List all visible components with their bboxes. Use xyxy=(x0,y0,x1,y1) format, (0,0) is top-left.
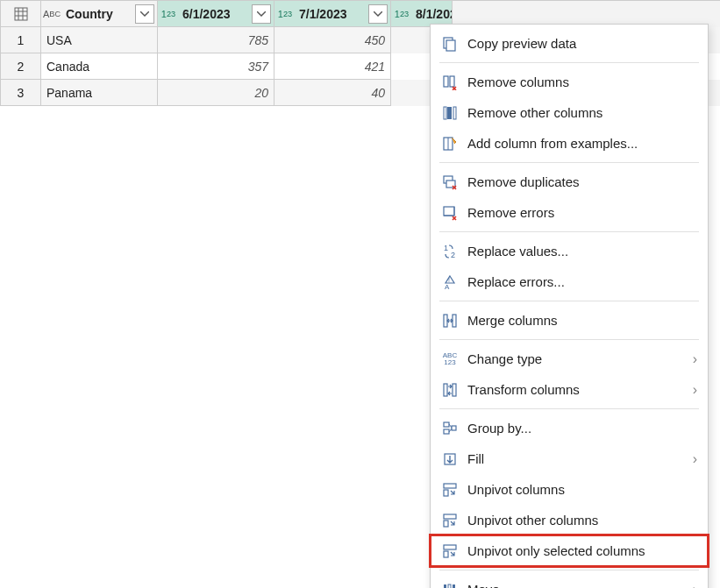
separator xyxy=(439,162,699,163)
select-all-corner[interactable] xyxy=(1,1,41,27)
menu-unpivot-other-columns[interactable]: Unpivot other columns xyxy=(431,505,708,535)
unpivot-other-icon xyxy=(439,511,460,530)
chevron-down-icon xyxy=(140,11,149,17)
column-header-date1[interactable]: 123 6/1/2023 xyxy=(158,1,274,27)
menu-label: Replace errors... xyxy=(467,274,697,289)
svg-rect-27 xyxy=(452,426,456,430)
menu-label: Remove errors xyxy=(467,205,697,220)
menu-group-by[interactable]: Group by... xyxy=(431,413,708,443)
menu-label: Unpivot other columns xyxy=(467,513,697,528)
filter-button[interactable] xyxy=(252,4,271,24)
menu-unpivot-selected-columns[interactable]: Unpivot only selected columns xyxy=(431,535,708,566)
copy-icon xyxy=(439,34,460,53)
replace-errors-icon: !A xyxy=(439,273,460,292)
svg-rect-9 xyxy=(447,107,452,119)
svg-rect-31 xyxy=(444,514,456,519)
menu-label: Merge columns xyxy=(467,313,697,328)
svg-rect-0 xyxy=(15,8,27,20)
menu-label: Unpivot only selected columns xyxy=(467,543,697,558)
menu-replace-errors[interactable]: !A Replace errors... xyxy=(431,266,708,297)
chevron-right-icon: › xyxy=(693,382,697,398)
separator xyxy=(439,62,699,63)
svg-rect-35 xyxy=(444,584,446,589)
svg-text:1: 1 xyxy=(444,244,448,252)
cell-value: 20 xyxy=(158,80,274,106)
separator xyxy=(439,408,699,409)
menu-remove-duplicates[interactable]: Remove duplicates xyxy=(431,166,708,197)
menu-replace-values[interactable]: 12 Replace values... xyxy=(431,236,708,266)
separator xyxy=(439,301,699,301)
row-number: 3 xyxy=(1,80,41,106)
separator xyxy=(439,570,699,570)
svg-rect-8 xyxy=(450,76,454,87)
123-type-icon: 123 xyxy=(391,1,412,26)
svg-rect-7 xyxy=(444,76,448,87)
column-name: 6/1/2023 xyxy=(179,7,252,21)
column-name: 8/1/2023 xyxy=(412,7,452,21)
cell-country: USA xyxy=(41,27,158,53)
svg-rect-36 xyxy=(448,584,451,589)
svg-rect-11 xyxy=(453,107,456,119)
table-icon xyxy=(14,7,28,21)
menu-move[interactable]: Move › xyxy=(431,574,708,588)
chevron-right-icon: › xyxy=(693,582,697,589)
separator xyxy=(439,339,699,340)
filter-button[interactable] xyxy=(368,4,388,24)
menu-label: Move xyxy=(467,582,693,588)
svg-rect-33 xyxy=(444,545,456,549)
fill-icon xyxy=(439,450,460,469)
svg-rect-16 xyxy=(444,207,454,216)
svg-rect-30 xyxy=(444,490,448,496)
chevron-right-icon: › xyxy=(693,451,697,467)
remove-errors-icon xyxy=(439,203,460,223)
menu-remove-other-columns[interactable]: Remove other columns xyxy=(431,97,708,128)
menu-remove-errors[interactable]: Remove errors xyxy=(431,197,708,228)
cell-value: 40 xyxy=(274,80,391,106)
123-type-icon: 123 xyxy=(274,1,296,26)
menu-label: Add column from examples... xyxy=(467,136,697,151)
123-type-icon: 123 xyxy=(158,1,179,26)
svg-rect-29 xyxy=(444,484,456,488)
svg-rect-32 xyxy=(444,521,448,527)
merge-columns-icon xyxy=(439,311,460,330)
menu-unpivot-columns[interactable]: Unpivot columns xyxy=(431,474,708,505)
menu-add-column-examples[interactable]: Add column from examples... xyxy=(431,128,708,159)
move-icon xyxy=(439,580,460,589)
cell-value: 357 xyxy=(158,53,274,80)
svg-rect-26 xyxy=(444,429,449,434)
abc-type-icon: ABC xyxy=(41,1,62,26)
menu-label: Remove duplicates xyxy=(467,174,697,189)
column-header-country[interactable]: ABC Country xyxy=(41,1,158,27)
menu-copy-preview[interactable]: Copy preview data xyxy=(431,28,708,59)
filter-button[interactable] xyxy=(135,4,154,24)
cell-country: Panama xyxy=(41,80,158,106)
chevron-right-icon: › xyxy=(693,351,697,367)
remove-columns-icon xyxy=(439,73,460,92)
row-number: 2 xyxy=(1,53,41,80)
menu-label: Change type xyxy=(467,351,693,366)
column-name: Country xyxy=(62,7,135,21)
menu-merge-columns[interactable]: Merge columns xyxy=(431,305,708,336)
menu-remove-columns[interactable]: Remove columns xyxy=(431,67,708,97)
column-header-date2[interactable]: 123 7/1/2023 xyxy=(274,1,391,27)
menu-label: Remove other columns xyxy=(467,105,697,120)
svg-rect-23 xyxy=(444,384,447,396)
svg-rect-34 xyxy=(444,551,448,557)
menu-label: Group by... xyxy=(467,421,697,436)
add-column-icon xyxy=(439,134,460,153)
remove-duplicates-icon xyxy=(439,173,460,192)
group-by-icon xyxy=(439,419,460,438)
unpivot-selected-icon xyxy=(439,542,460,561)
svg-rect-24 xyxy=(453,384,456,396)
menu-change-type[interactable]: ABC123 Change type › xyxy=(431,344,708,374)
menu-fill[interactable]: Fill › xyxy=(431,443,708,474)
row-number: 1 xyxy=(1,27,41,53)
menu-label: Transform columns xyxy=(467,382,693,397)
cell-value: 421 xyxy=(274,53,391,80)
svg-text:2: 2 xyxy=(451,251,455,259)
cell-value: 450 xyxy=(274,27,391,53)
menu-transform-columns[interactable]: Transform columns › xyxy=(431,374,708,405)
svg-rect-10 xyxy=(444,107,446,119)
chevron-down-icon xyxy=(374,11,382,17)
svg-text:A: A xyxy=(445,283,450,290)
